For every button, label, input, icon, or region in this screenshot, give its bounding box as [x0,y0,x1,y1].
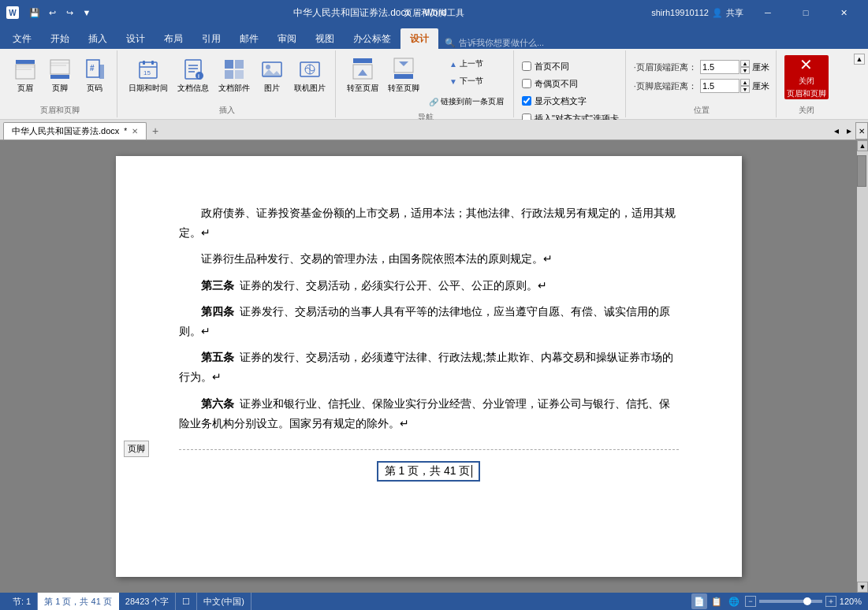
svg-point-27 [266,65,270,69]
language-status[interactable]: 中文(中国) [197,593,251,610]
zoom-out-button[interactable]: － [745,596,756,607]
page-info-label: 第 1 页，共 41 页 [44,596,112,608]
footer-distance-spinner[interactable]: ▲ ▼ [740,79,750,93]
show-doc-text-label: 显示文档文字 [535,95,587,107]
doc-tab-main[interactable]: 中华人民共和国证券法.docx * ✕ [3,122,147,139]
close-doc-button[interactable]: ✕ [855,122,868,139]
tab-design[interactable]: 设计 [117,28,155,49]
scroll-down-button[interactable]: ▼ [857,582,868,593]
show-doc-text-input[interactable] [522,96,531,106]
doc-scroll-area[interactable]: 政府债券、证券投资基金份额的上市交易，适用本法；其他法律、行政法规另有规定的，适… [0,140,857,593]
account-area: shirh19910112 👤 共享 [645,7,750,19]
goto-header-button[interactable]: 转至页眉 [344,55,382,95]
customize-quick-access-button[interactable]: ▼ [79,5,95,20]
tab-file[interactable]: 文件 [3,28,41,49]
picture-button[interactable]: 图片 [256,55,288,95]
doc-tab-close-btn[interactable]: ✕ [132,127,138,136]
share-label[interactable]: 共享 [726,7,743,19]
ribbon-collapse-button[interactable]: ▲ [854,54,865,65]
prev-section-button[interactable]: ▲ 上一节 [446,55,486,73]
svg-text:i: i [198,73,199,79]
close-hf-button[interactable]: ✕ 关闭 页眉和页脚 [784,55,829,99]
ribbon: 页眉 页脚 [0,49,868,120]
zoom-level-label[interactable]: 120% [840,597,862,606]
tell-me-area[interactable]: 🔍 告诉我你想要做什么... [438,37,868,49]
tab-home[interactable]: 开始 [41,28,79,49]
context-label-area: 页眉和页脚工具 [404,0,464,25]
tab-hf-design[interactable]: 设计 [400,28,438,49]
header-distance-input[interactable]: ▲ ▼ 厘米 [700,60,769,74]
para-2: 证券衍生品种发行、交易的管理办法，由国务院依照本法的原则规定。↵ [179,249,679,269]
redo-button[interactable]: ↪ [61,5,77,20]
tab-layout[interactable]: 布局 [155,28,192,49]
zoom-slider[interactable] [759,600,822,603]
tab-review[interactable]: 审阅 [268,28,306,49]
date-time-label: 日期和时间 [129,84,168,93]
footer-distance-down[interactable]: ▼ [740,86,750,93]
footer-distance-up[interactable]: ▲ [740,79,750,86]
words-status[interactable]: 28423 个字 [119,593,177,610]
link-prev-button[interactable]: 🔗 链接到前一条页眉 [426,93,507,110]
doc-parts-button[interactable]: 文档部件 [215,55,253,95]
ribbon-group-content-close: ✕ 关闭 页眉和页脚 [784,52,829,103]
header-distance-field[interactable] [700,60,739,74]
svg-rect-0 [16,60,35,64]
print-layout-view[interactable]: 📄 [691,593,707,609]
tab-scroll-right[interactable]: ▸ [843,122,855,139]
nav-section: ▲ 上一节 ▼ 下一节 🔗 链接到前一条页眉 [426,55,507,110]
window-title: 中华人民共和国证券法.docx - Word [95,6,645,20]
goto-footer-button[interactable]: 转至页脚 [385,55,423,95]
header-distance-down[interactable]: ▼ [740,67,750,74]
tab-office-tabs[interactable]: 办公标签 [344,28,400,49]
first-diff-input[interactable] [522,61,531,71]
zoom-in-button[interactable]: ＋ [825,596,836,607]
header-button[interactable]: 页眉 [9,55,41,95]
page-num-button[interactable]: # 页码 [79,55,110,95]
track-changes-icon[interactable]: ☐ [176,593,197,610]
svg-rect-22 [225,60,233,69]
online-picture-button[interactable]: 联机图片 [291,55,329,95]
web-layout-view[interactable]: 🌐 [726,593,742,609]
tab-view[interactable]: 视图 [306,28,344,49]
language-label: 中文(中国) [203,596,244,608]
doc-content: 政府债券、证券投资基金份额的上市交易，适用本法；其他法律、行政法规另有规定的，适… [179,203,679,433]
footer-page-num-area: 第 1 页，共 41 页 [377,461,481,482]
ribbon-group-content-insert: 15 日期和时间 i [125,52,329,103]
footer-content[interactable]: 第 1 页，共 41 页 [179,453,679,513]
header-distance-up[interactable]: ▲ [740,60,750,67]
tab-references[interactable]: 引用 [192,28,230,49]
next-section-label: 下一节 [460,76,483,87]
odd-even-diff-checkbox[interactable]: 奇偶页不同 [522,76,619,91]
show-doc-text-checkbox[interactable]: 显示文档文字 [522,93,619,109]
undo-button[interactable]: ↩ [44,5,60,20]
maximize-button[interactable]: □ [788,0,824,25]
header-distance-spinner[interactable]: ▲ ▼ [740,60,750,74]
minimize-button[interactable]: ─ [750,0,786,25]
next-section-button[interactable]: ▼ 下一节 [446,73,486,90]
tab-scroll-left[interactable]: ◂ [830,122,843,139]
doc-info-button[interactable]: i 文档信息 [174,55,212,95]
section-status[interactable]: 节: 1 [6,593,38,610]
save-button[interactable]: 💾 [27,5,43,20]
odd-even-diff-input[interactable] [522,79,531,88]
close-button[interactable]: ✕ [825,0,862,25]
new-tab-button[interactable]: + [147,122,164,139]
scroll-up-button[interactable]: ▲ [857,140,868,151]
first-diff-checkbox[interactable]: 首页不同 [522,58,619,74]
date-time-button[interactable]: 15 日期和时间 [125,55,171,95]
tab-mailings[interactable]: 邮件 [230,28,268,49]
ribbon-group-content-options: 首页不同 奇偶页不同 显示文档文字 插入"对齐方式"选项卡 [522,52,619,126]
tab-insert[interactable]: 插入 [79,28,117,49]
footer-distance-field[interactable] [700,79,739,93]
scroll-track[interactable] [857,151,868,582]
footer-section-label: 页脚 [124,441,149,457]
footer-button[interactable]: 页脚 [44,55,76,95]
read-mode-view[interactable]: 📋 [709,593,725,609]
page-status[interactable]: 第 1 页，共 41 页 [38,593,119,610]
doc-tab-right: ◂ ▸ ✕ [830,122,868,139]
header-label: 页眉 [17,84,33,93]
footer-distance-input[interactable]: ▲ ▼ 厘米 [700,79,769,93]
ribbon-tabs: 文件 开始 插入 设计 布局 引用 邮件 审阅 视图 办公标签 设计 🔍 告诉我… [0,25,868,49]
footer-label-btn: 页脚 [52,84,68,93]
scroll-thumb[interactable] [857,155,866,187]
